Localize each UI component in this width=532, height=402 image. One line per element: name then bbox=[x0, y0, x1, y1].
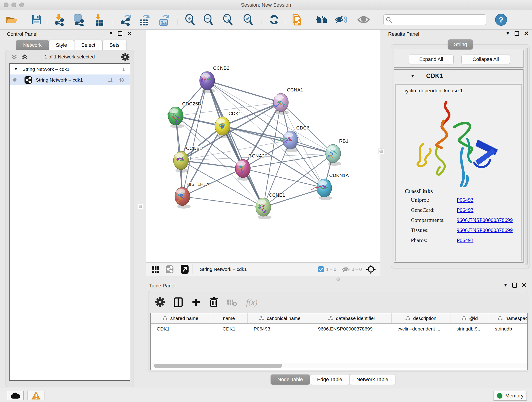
collapse-all-button[interactable]: Collapse All bbox=[462, 55, 510, 64]
warnings-button[interactable] bbox=[27, 391, 44, 400]
hide-selected-button[interactable] bbox=[335, 13, 348, 27]
import-table-file-button[interactable] bbox=[92, 13, 105, 27]
network-graph[interactable]: CCNB2CCNA1CDC25BCDK1CDC6RB1CCNB1CCNA2CDK… bbox=[146, 30, 380, 262]
left-splitter-handle[interactable] bbox=[138, 204, 143, 209]
expand-all-button[interactable]: Expand All bbox=[409, 55, 454, 64]
network-node-ccnb2[interactable]: CCNB2 bbox=[200, 65, 229, 93]
tab-network[interactable]: Network bbox=[16, 40, 49, 50]
tab-string[interactable]: String bbox=[448, 39, 473, 50]
export-table-button[interactable] bbox=[138, 13, 151, 27]
apply-layout-button[interactable] bbox=[268, 13, 280, 27]
table-close-icon[interactable]: ✕ bbox=[521, 283, 526, 288]
zoom-fit-button[interactable] bbox=[221, 13, 234, 27]
network-tree: ▼ String Network – cdk1 1 String Network… bbox=[9, 63, 130, 381]
results-close-icon[interactable]: ✕ bbox=[524, 31, 529, 36]
tab-sets[interactable]: Sets bbox=[102, 40, 127, 50]
zoom-in-button[interactable] bbox=[184, 13, 196, 27]
tab-style[interactable]: Style bbox=[49, 40, 74, 50]
crosslink-link[interactable]: 9606.ENSP00000378699 bbox=[457, 217, 513, 223]
panel-menu-icon[interactable]: ▼ bbox=[109, 31, 113, 36]
crosslink-link[interactable]: P06493 bbox=[457, 207, 473, 213]
network-collection-row[interactable]: ▼ String Network – cdk1 1 bbox=[10, 64, 130, 75]
export-network-button[interactable] bbox=[119, 13, 132, 27]
search-icon bbox=[386, 17, 392, 23]
panel-close-icon[interactable]: ✕ bbox=[127, 31, 132, 36]
horizontal-splitter-handle[interactable] bbox=[336, 277, 340, 281]
table-options-gear-icon[interactable] bbox=[155, 297, 165, 307]
table-horizontal-scrollbar[interactable] bbox=[152, 363, 527, 368]
column-header-database-identifier[interactable]: database identifier bbox=[312, 313, 392, 323]
crosslink-row: GeneCard:P06493 bbox=[405, 207, 521, 213]
create-column-icon[interactable] bbox=[191, 298, 201, 307]
results-float-icon[interactable] bbox=[515, 31, 519, 36]
network-node-count: 11 bbox=[108, 77, 113, 83]
search-input[interactable] bbox=[394, 17, 483, 22]
network-view[interactable]: CCNB2CCNA1CDC25BCDK1CDC6RB1CCNB1CCNA2CDK… bbox=[146, 30, 380, 262]
network-node-cdc6[interactable]: CDC6 bbox=[279, 125, 310, 152]
table-tabs: Node TableEdge TableNetwork Table bbox=[270, 374, 395, 385]
collection-caret-icon[interactable]: ▼ bbox=[14, 67, 18, 71]
network-edge-count: 48 bbox=[119, 77, 124, 83]
network-node-ccne1[interactable]: CCNE1 bbox=[256, 192, 285, 219]
tab-node-table[interactable]: Node Table bbox=[270, 374, 310, 385]
crosslink-link[interactable]: P06493 bbox=[457, 197, 473, 203]
hierarchy-icon bbox=[462, 316, 467, 321]
crosshair-icon[interactable] bbox=[366, 264, 376, 274]
tab-network-table[interactable]: Network Table bbox=[349, 374, 395, 385]
gene-entry-header[interactable]: ▼ CDK1 bbox=[394, 70, 523, 83]
string-home-button[interactable] bbox=[316, 13, 328, 27]
node-label: RB1 bbox=[339, 138, 348, 143]
show-all-button[interactable] bbox=[357, 13, 370, 27]
table-cell: stringdb:9... bbox=[450, 326, 489, 332]
panel-float-icon[interactable] bbox=[118, 31, 122, 36]
column-header-namespace[interactable]: namespace bbox=[489, 313, 528, 323]
duplicate-network-button[interactable] bbox=[290, 13, 303, 27]
gene-caret-icon[interactable]: ▼ bbox=[411, 74, 415, 79]
network-node-rb1[interactable]: RB1 bbox=[326, 138, 348, 166]
table-row[interactable]: CDK1CDK1P064939606.ENSP00000378699cyclin… bbox=[151, 324, 527, 334]
import-network-file-button[interactable] bbox=[53, 13, 65, 27]
crosslink-link[interactable]: 9606.ENSP00000378699 bbox=[457, 227, 513, 233]
crosslink-row: Compartments:9606.ENSP00000378699 bbox=[405, 217, 521, 223]
cloud-icon bbox=[10, 392, 20, 399]
delete-column-icon[interactable] bbox=[209, 297, 218, 307]
share-view-icon[interactable] bbox=[165, 265, 174, 274]
results-menu-icon[interactable]: ▼ bbox=[505, 31, 510, 36]
zoom-out-button[interactable] bbox=[202, 13, 215, 27]
help-button[interactable]: ? bbox=[495, 14, 507, 26]
selected-checkbox-icon[interactable] bbox=[318, 266, 324, 273]
open-session-button[interactable] bbox=[5, 13, 18, 27]
column-header-name[interactable]: name bbox=[210, 313, 248, 323]
column-header-canonical-name[interactable]: canonical name bbox=[248, 313, 312, 323]
cloud-button[interactable] bbox=[7, 391, 24, 400]
column-header--id[interactable]: @id bbox=[450, 313, 489, 323]
network-options-gear-icon[interactable] bbox=[121, 53, 129, 62]
column-header-description[interactable]: description bbox=[392, 313, 450, 323]
node-table[interactable]: shared namename canonical name database … bbox=[150, 313, 528, 370]
grid-view-icon[interactable] bbox=[152, 265, 159, 273]
show-columns-icon[interactable] bbox=[174, 297, 183, 307]
birdseye-view-icon[interactable] bbox=[180, 264, 189, 274]
tab-select[interactable]: Select bbox=[74, 40, 102, 50]
zoom-selected-button[interactable] bbox=[242, 13, 254, 27]
memory-button[interactable]: Memory bbox=[494, 391, 527, 401]
import-network-database-button[interactable] bbox=[72, 13, 85, 27]
network-row-selected[interactable]: String Network – cdk1 11 48 bbox=[10, 75, 130, 85]
network-selection-status: 1 of 1 Network selected bbox=[6, 54, 133, 60]
export-image-button[interactable] bbox=[158, 13, 171, 27]
table-float-icon[interactable] bbox=[512, 283, 517, 288]
results-scrollbar[interactable] bbox=[525, 48, 528, 264]
network-node-hist1h1a[interactable]: HIST1H1A bbox=[175, 182, 209, 209]
crosslink-link[interactable]: P06493 bbox=[457, 237, 473, 243]
tab-edge-table[interactable]: Edge Table bbox=[310, 374, 349, 385]
hidden-count: 0 – 0 bbox=[352, 267, 362, 272]
network-node-ccna1[interactable]: CCNA1 bbox=[273, 87, 303, 115]
crosslink-row: Pharos:P06493 bbox=[405, 237, 521, 243]
crosslink-label: Uniprot: bbox=[411, 197, 457, 203]
column-label: shared name bbox=[170, 316, 198, 321]
delete-table-icon bbox=[227, 298, 237, 306]
network-node-cdkn1a[interactable]: CDKN1A bbox=[311, 172, 349, 200]
table-menu-icon[interactable]: ▼ bbox=[503, 282, 508, 288]
save-session-button[interactable] bbox=[30, 13, 43, 27]
column-header-shared-name[interactable]: shared name bbox=[151, 313, 210, 323]
